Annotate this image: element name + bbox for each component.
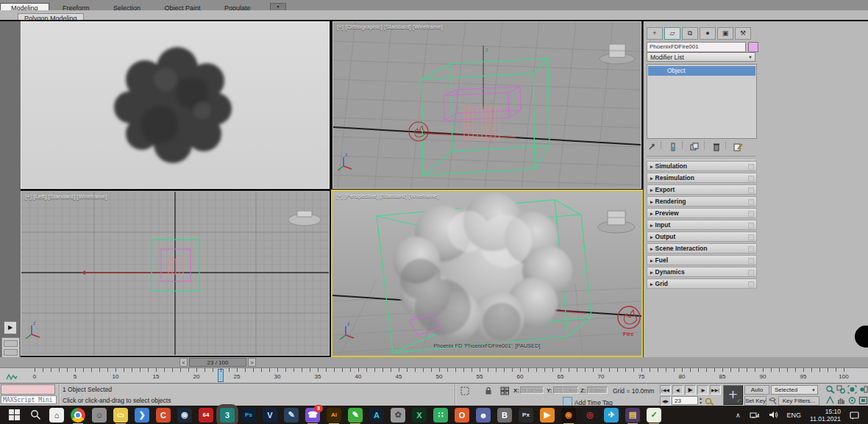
y-coordinate-field[interactable]: 223.119mm — [553, 387, 578, 394]
taskbar-icon-dark-eye-app[interactable]: ◉ — [561, 408, 576, 423]
speaker-icon[interactable] — [769, 411, 778, 419]
taskbar-icon-file-explorer[interactable]: ▭ — [113, 408, 128, 423]
rollout-header-grid[interactable]: ▸Grid — [647, 279, 757, 289]
field-of-view-icon[interactable] — [825, 396, 836, 406]
time-configuration-icon[interactable] — [705, 397, 714, 406]
taskbar-icon-viber[interactable]: ☎3 — [305, 408, 320, 423]
modifier-list-dropdown[interactable]: Modifier List▼ — [647, 52, 755, 62]
taskbar-icon-aida64[interactable]: 64 — [199, 408, 213, 423]
taskbar-icon-grey-app[interactable]: ☺ — [92, 408, 107, 423]
zoom-all-icon[interactable] — [836, 385, 847, 395]
viewport-render-preview[interactable] — [21, 21, 330, 189]
large-plus-button[interactable]: +✓ — [723, 385, 743, 405]
set-key-button[interactable]: Set Key — [744, 396, 766, 406]
taskbar-icon-blue-app[interactable]: ❯ — [135, 408, 149, 423]
frame-spinner[interactable]: ▲▼ — [699, 396, 702, 405]
transform-typein-icon[interactable] — [500, 387, 510, 395]
show-end-result-icon[interactable] — [668, 141, 678, 150]
viewport-label-orthographic[interactable]: [+] [Orthographic] [Standard] [Wireframe… — [337, 24, 443, 30]
set-key-filter-icon[interactable] — [768, 397, 778, 406]
create-tab[interactable]: + — [647, 27, 663, 40]
taskbar-icon-search[interactable] — [28, 408, 43, 423]
network-icon[interactable] — [750, 411, 760, 419]
rollout-header-resimulation[interactable]: ▸Resimulation — [647, 173, 757, 183]
tray-chevron-icon[interactable]: ∧ — [736, 412, 741, 419]
taskbar-icon-px-app[interactable]: Px — [519, 408, 533, 423]
isolate-selection-icon[interactable] — [460, 387, 470, 395]
rollout-header-preview[interactable]: ▸Preview — [647, 208, 757, 218]
viewport-label-perspective[interactable]: [+] [Perspective] [Standard] [Wireframe] — [336, 193, 439, 199]
zoom-extents-icon[interactable] — [847, 385, 858, 395]
current-frame-field[interactable]: 23 — [672, 396, 698, 405]
taskbar-icon-discord[interactable]: ☻ — [476, 408, 491, 423]
taskbar-icon-telegram[interactable]: ✈ — [604, 408, 619, 423]
viewport-left[interactable]: z [+] [Left] [Standard] [Wireframe] — [21, 191, 330, 356]
notification-center-icon[interactable] — [850, 411, 859, 420]
rollout-header-dynamics[interactable]: ▸Dynamics — [647, 267, 757, 277]
hierarchy-tab[interactable]: ⧉ — [682, 27, 698, 40]
viewport-label-left[interactable]: [+] [Left] [Standard] [Wireframe] — [25, 193, 107, 200]
play-button[interactable]: ▶ — [685, 385, 696, 395]
taskbar-icon-winrar[interactable]: ▤ — [625, 408, 640, 423]
timeline-ruler[interactable]: 0510152025303540455055606570758085909510… — [0, 367, 868, 384]
previous-frame-button[interactable]: < — [179, 358, 188, 367]
zoom-icon[interactable] — [825, 385, 836, 395]
viewport-perspective[interactable]: z [+] [Perspective] [Standard] [Wirefram… — [331, 190, 643, 357]
utilities-tab[interactable]: ⚒ — [735, 27, 751, 40]
rollout-header-scene-interaction[interactable]: ▸Scene Interaction — [647, 243, 757, 254]
auto-key-button[interactable]: Auto Key — [744, 385, 769, 395]
taskbar-icon-photoshop[interactable]: Ps — [241, 408, 256, 423]
taskbar-icon-v-app[interactable]: V — [263, 408, 277, 423]
rollout-header-rendering[interactable]: ▸Rendering — [647, 196, 757, 206]
taskbar-icon-3ds-max[interactable]: 3 — [220, 408, 235, 423]
next-frame-button[interactable]: > — [248, 358, 256, 367]
configure-modifier-sets-icon[interactable] — [733, 141, 744, 150]
expand-toolbar-button[interactable]: ▶ — [4, 321, 17, 334]
taskbar-icon-chrome[interactable] — [71, 408, 85, 423]
z-coordinate-field[interactable]: 0.0mm — [587, 387, 608, 394]
key-filters-button[interactable]: Key Filters... — [778, 396, 819, 406]
maxscript-mini-listener[interactable]: MAXScript Mini — [1, 384, 57, 405]
rollout-header-simulation[interactable]: ▸Simulation — [647, 161, 757, 171]
stack-row-object[interactable]: Object — [648, 66, 755, 76]
taskbar-icon-play-orange-app[interactable]: ▶ — [540, 408, 555, 423]
taskbar-icon-a-dark-app[interactable]: A — [369, 408, 384, 423]
x-coordinate-field[interactable]: 29.247mm — [520, 387, 544, 394]
taskbar-icon-green-pill-app[interactable]: ∷ — [433, 408, 448, 423]
taskbar-icon-x-green-app[interactable]: X — [412, 408, 427, 423]
selection-lock-icon[interactable] — [484, 387, 494, 395]
time-slider-frame-display[interactable]: 23 / 100 — [189, 358, 246, 367]
taskbar-icon-b-grey-app[interactable]: B — [497, 408, 512, 423]
taskbar-icon-steam[interactable]: ◉ — [177, 408, 192, 423]
key-step-toggle[interactable]: ◀▶ — [660, 396, 671, 406]
selection-set-dropdown[interactable]: Selected▼ — [771, 385, 818, 395]
previous-key-button[interactable]: ◀| — [672, 385, 683, 395]
rollout-header-fuel[interactable]: ▸Fuel — [647, 255, 757, 265]
remove-modifier-icon[interactable] — [711, 141, 722, 150]
maximize-viewport-icon[interactable] — [858, 396, 868, 406]
taskbar-icon-origin[interactable]: O — [455, 408, 469, 423]
taskbar-icon-red-ring-app[interactable]: ◎ — [583, 408, 597, 423]
display-tab[interactable]: ▣ — [717, 27, 733, 40]
language-indicator[interactable]: ENG — [787, 412, 802, 419]
taskbar-clock[interactable]: 15:10 11.01.2021 — [810, 408, 841, 423]
maxscript-mini-field[interactable]: MAXScript Mini — [1, 395, 57, 404]
taskbar-icon-start[interactable] — [7, 408, 21, 423]
go-to-start-button[interactable]: |◀◀ — [660, 385, 671, 395]
rollout-header-export[interactable]: ▸Export — [647, 184, 757, 195]
rollout-header-input[interactable]: ▸Input — [647, 220, 757, 230]
object-color-swatch[interactable] — [748, 42, 758, 52]
taskbar-icon-illustrator[interactable]: Ai — [327, 408, 341, 423]
go-to-end-button[interactable]: ▶▶| — [710, 385, 721, 395]
pin-stack-icon[interactable] — [647, 141, 657, 150]
taskbar-icon-pen-app[interactable]: ✎ — [284, 408, 299, 423]
object-name-field[interactable]: PhoenixFDFire001 — [647, 42, 746, 52]
zoom-extents-all-icon[interactable] — [858, 385, 868, 395]
orbit-icon[interactable] — [847, 396, 858, 406]
viewport-layout-tabs[interactable] — [1, 337, 20, 359]
modifier-stack[interactable]: Object — [647, 64, 757, 139]
taskbar-icon-green-capture[interactable]: ✎ — [348, 408, 363, 423]
make-unique-icon[interactable] — [690, 141, 700, 150]
taskbar-icon-grey-app-2[interactable]: ✿ — [391, 408, 405, 423]
motion-tab[interactable]: ● — [700, 27, 716, 40]
